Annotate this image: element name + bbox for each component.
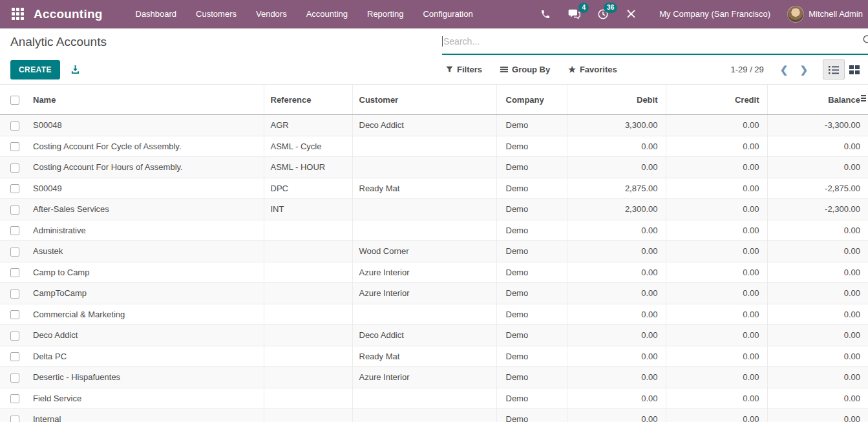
table-row[interactable]: S00049 DPC Ready Mat Demo 2,875.00 0.00 …: [0, 178, 868, 199]
menu-dashboard[interactable]: Dashboard: [126, 0, 187, 28]
favorites-button[interactable]: ★ Favorites: [568, 65, 617, 74]
user-menu[interactable]: Mitchell Admin: [787, 6, 863, 23]
row-checkbox[interactable]: [10, 121, 19, 131]
apps-menu-button[interactable]: [6, 3, 28, 25]
row-checkbox[interactable]: [10, 184, 19, 193]
cell-reference: [264, 367, 352, 388]
cell-balance: 0.00: [767, 409, 868, 422]
column-header-debit[interactable]: Debit: [567, 85, 666, 115]
row-checkbox[interactable]: [10, 374, 19, 383]
cell-customer: Wood Corner: [352, 241, 496, 262]
select-all-checkbox[interactable]: [10, 96, 19, 105]
cell-balance: 0.00: [767, 136, 868, 157]
favorites-label: Favorites: [580, 65, 617, 74]
row-checkbox[interactable]: [10, 164, 19, 173]
cell-debit: 0.00: [567, 157, 666, 178]
column-header-name[interactable]: Name: [28, 85, 264, 115]
cell-customer: Deco Addict: [352, 325, 496, 346]
cell-credit: 0.00: [666, 199, 767, 220]
cell-credit: 0.00: [666, 136, 767, 157]
cell-debit: 0.00: [567, 325, 666, 346]
kanban-view-icon: [849, 65, 860, 74]
menu-reporting[interactable]: Reporting: [357, 0, 413, 28]
table-row[interactable]: CampToCamp Azure Interior Demo 0.00 0.00…: [0, 283, 868, 304]
export-button[interactable]: [70, 65, 80, 74]
messages-badge: 4: [578, 3, 589, 13]
optional-columns-toggle-icon[interactable]: [861, 95, 866, 101]
row-checkbox[interactable]: [10, 332, 19, 341]
row-checkbox[interactable]: [10, 310, 19, 319]
cell-reference: AGR: [264, 115, 352, 136]
cell-debit: 0.00: [567, 409, 666, 422]
table-row[interactable]: Field Service Demo 0.00 0.00 0.00: [0, 388, 868, 409]
activities-button[interactable]: 36: [589, 8, 617, 20]
table-row[interactable]: Deco Addict Deco Addict Demo 0.00 0.00 0…: [0, 325, 868, 346]
table-row[interactable]: S00048 AGR Deco Addict Demo 3,300.00 0.0…: [0, 115, 868, 136]
cell-customer: Ready Mat: [352, 346, 496, 367]
cell-debit: 0.00: [567, 283, 666, 304]
support-tools-button[interactable]: [617, 8, 645, 19]
pager-range: 1-29 / 29: [731, 65, 764, 74]
menu-customers[interactable]: Customers: [186, 0, 246, 28]
table-row[interactable]: Costing Account For Hours of Assembly. A…: [0, 157, 868, 178]
filters-button[interactable]: Filters: [446, 65, 482, 74]
cell-balance: 0.00: [767, 262, 868, 283]
table-row[interactable]: Asustek Wood Corner Demo 0.00 0.00 0.00: [0, 241, 868, 262]
group-by-label: Group By: [512, 65, 550, 74]
row-checkbox[interactable]: [10, 142, 19, 151]
cell-customer: [352, 136, 496, 157]
row-checkbox[interactable]: [10, 206, 19, 215]
column-header-credit[interactable]: Credit: [666, 85, 767, 115]
cell-credit: 0.00: [666, 262, 767, 283]
create-button[interactable]: CREATE: [10, 60, 60, 79]
pager-previous-button[interactable]: ❮: [774, 63, 794, 77]
cell-name: Costing Account For Cycle of Assembly.: [28, 136, 264, 157]
table-row[interactable]: Camp to Camp Azure Interior Demo 0.00 0.…: [0, 262, 868, 283]
row-checkbox[interactable]: [10, 416, 19, 422]
column-header-customer[interactable]: Customer: [352, 85, 496, 115]
menu-accounting[interactable]: Accounting: [297, 0, 357, 28]
column-header-balance[interactable]: Balance: [767, 85, 868, 115]
table-row[interactable]: After-Sales Services INT Demo 2,300.00 0…: [0, 199, 868, 220]
column-header-company[interactable]: Company: [496, 85, 567, 115]
cell-name: Administrative: [28, 220, 264, 241]
row-checkbox[interactable]: [10, 268, 19, 277]
cell-company: Demo: [496, 157, 567, 178]
table-header-row: Name Reference Customer Company Debit Cr…: [0, 85, 868, 115]
filter-funnel-icon: [446, 66, 453, 73]
table-row[interactable]: Internal Demo 0.00 0.00 0.00: [0, 409, 868, 422]
column-header-reference[interactable]: Reference: [264, 85, 352, 115]
table-row[interactable]: Administrative Demo 0.00 0.00 0.00: [0, 220, 868, 241]
search-icon[interactable]: [862, 34, 868, 46]
cell-balance: 0.00: [767, 367, 868, 388]
cell-company: Demo: [496, 262, 567, 283]
group-by-button[interactable]: Group By: [500, 65, 550, 74]
cell-credit: 0.00: [666, 283, 767, 304]
pager-next-button[interactable]: ❯: [794, 63, 814, 77]
table-row[interactable]: Costing Account For Cycle of Assembly. A…: [0, 136, 868, 157]
list-view-button[interactable]: [823, 59, 845, 79]
table-row[interactable]: Delta PC Ready Mat Demo 0.00 0.00 0.00: [0, 346, 868, 367]
cell-reference: [264, 388, 352, 409]
cell-company: Demo: [496, 409, 567, 422]
app-title[interactable]: Accounting: [34, 7, 103, 21]
cell-debit: 3,300.00: [567, 115, 666, 136]
messages-button[interactable]: 4: [559, 8, 589, 19]
kanban-view-button[interactable]: [845, 59, 864, 79]
row-checkbox[interactable]: [10, 394, 19, 403]
search-input[interactable]: [443, 36, 868, 47]
voip-button[interactable]: [532, 9, 559, 19]
cell-debit: 0.00: [567, 346, 666, 367]
row-checkbox[interactable]: [10, 290, 19, 299]
table-row[interactable]: Commercial & Marketing Demo 0.00 0.00 0.…: [0, 304, 868, 325]
table-row[interactable]: Desertic - Hispafuentes Azure Interior D…: [0, 367, 868, 388]
menu-vendors[interactable]: Vendors: [246, 0, 297, 28]
row-checkbox[interactable]: [10, 352, 19, 361]
row-checkbox[interactable]: [10, 226, 19, 235]
menu-configuration[interactable]: Configuration: [413, 0, 482, 28]
company-switcher[interactable]: My Company (San Francisco): [659, 9, 770, 19]
row-checkbox[interactable]: [10, 248, 19, 257]
cell-name: Internal: [28, 409, 264, 422]
cell-company: Demo: [496, 283, 567, 304]
cell-reference: [264, 304, 352, 325]
